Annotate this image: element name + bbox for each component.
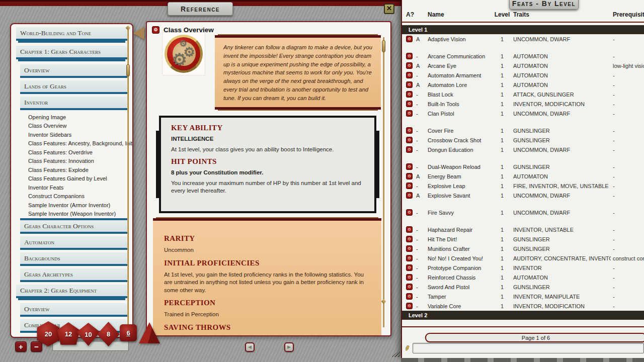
feat-row-hit-the-dirt[interactable]: ⚙-Hit The Dirt!1GUNSLINGER- xyxy=(402,234,644,244)
feat-row-haphazard-repair[interactable]: ⚙-Haphazard Repair1INVENTOR, UNSTABLE- xyxy=(402,225,644,234)
next-page-button[interactable]: ▶ xyxy=(284,342,294,352)
zoom-in-button[interactable]: + xyxy=(15,341,27,352)
feat-row-munitions-crafter[interactable]: ⚙-Munitions Crafter1GUNSLINGER- xyxy=(402,244,644,253)
die-d4-icon[interactable] xyxy=(139,322,160,343)
feat-traits: INVENTOR, MODIFICATION xyxy=(511,303,611,309)
feat-prerequisites: - xyxy=(611,193,644,199)
feat-row-prototype-companion[interactable]: ⚙-Prototype Companion1INVENTOR- xyxy=(402,263,644,273)
a-value: - xyxy=(416,183,428,189)
feat-traits: UNCOMMON, DWARF xyxy=(511,36,611,42)
feat-level: 1 xyxy=(493,236,511,242)
feat-row-clan-pistol[interactable]: ⚙-Clan Pistol1UNCOMMON, DWARF- xyxy=(402,109,644,118)
feat-row-variable-core[interactable]: ⚙-Variable Core1INVENTOR, MODIFICATION- xyxy=(402,301,644,311)
toc-item-class-features-gained-by-level[interactable]: Class Features Gained by Level xyxy=(11,174,132,184)
toc-scrollbar-thumb[interactable] xyxy=(126,64,130,76)
feat-row-built-in-tools[interactable]: ⚙-Built-In Tools1INVENTOR, MODIFICATION- xyxy=(402,99,644,109)
feat-row-sword-and-pistol[interactable]: ⚙-Sword And Pistol1GUNSLINGER- xyxy=(402,282,644,292)
toc-scrollbar[interactable] xyxy=(127,28,129,332)
toc-item-class-features-overdrive[interactable]: Class Features: Overdrive xyxy=(11,148,132,157)
close-icon[interactable]: ✕ xyxy=(384,4,394,14)
feat-row-arcane-communication[interactable]: ⚙-Arcane Communication1AUTOMATON- xyxy=(402,51,644,61)
a-value: - xyxy=(416,111,428,117)
feat-icon: ⚙ xyxy=(406,91,413,98)
toc-item-automaton[interactable]: Automaton xyxy=(20,236,127,250)
feat-row-explosive-leap[interactable]: ⚙-Explosive Leap1FIRE, INVENTOR, MOVE, U… xyxy=(402,181,644,191)
toc-item-backgrounds[interactable]: Backgrounds xyxy=(20,252,127,266)
feat-icon: ⚙ xyxy=(406,36,413,42)
toc-item-gears-archetypes[interactable]: Gears Archetypes xyxy=(20,268,127,282)
resize-handle[interactable] xyxy=(391,350,400,357)
toc-item-opening-image[interactable]: Opening Image xyxy=(11,113,132,122)
feat-row-automaton-armament[interactable]: ⚙-Automaton Armament1AUTOMATON- xyxy=(402,70,644,80)
die-d10-icon[interactable]: 10 xyxy=(76,323,100,346)
feat-row-fire-savvy[interactable]: ⚙-Fire Savvy1UNCOMMON, DWARF- xyxy=(402,208,644,217)
gear-icon: ⚙ xyxy=(179,38,187,49)
feat-row-tamper[interactable]: ⚙-Tamper1INVENTOR, MANIPULATE- xyxy=(402,292,644,301)
feat-icon: ⚙ xyxy=(406,146,413,153)
feat-icon: ⚙ xyxy=(406,303,413,309)
content-scrollbar-thumb[interactable] xyxy=(382,40,385,52)
toc-item-gears-character-options[interactable]: Gears Character Options xyxy=(20,218,127,234)
toc-item-lands-of-gears[interactable]: Lands of Gears xyxy=(20,80,127,94)
feat-row-cover-fire[interactable]: ⚙-Cover Fire1GUNSLINGER- xyxy=(402,126,644,135)
toc-item-overview[interactable]: Overview xyxy=(20,303,127,317)
feats-window-tab[interactable]: Feats - By Level xyxy=(509,0,579,10)
feat-level: 1 xyxy=(493,92,511,98)
feat-row-adaptive-vision[interactable]: ⚙AAdaptive Vision1UNCOMMON, DWARF- xyxy=(402,34,644,44)
collapse-sidebar-icon[interactable] xyxy=(133,27,144,40)
toc-item-construct-companions[interactable]: Construct Companions xyxy=(11,192,132,201)
toc-item-sample-inventor-weapon-inventor[interactable]: Sample Inventor (Weapon Inventor) xyxy=(11,210,132,219)
initial-proficiencies-text: At 1st level, you gain the listed profic… xyxy=(164,271,370,295)
die-d6-icon[interactable]: 6 xyxy=(120,324,137,341)
feats-table-header: A? Name Level Traits Prerequisites xyxy=(402,11,644,18)
previous-page-button[interactable]: ◀ xyxy=(245,342,255,352)
toc-item-class-overview[interactable]: Class Overview xyxy=(11,122,132,131)
feat-row-reinforced-chassis[interactable]: ⚙-Reinforced Chassis1AUTOMATON- xyxy=(402,273,644,282)
toc-item-world-building-and-tone[interactable]: World-Building and Tone xyxy=(16,27,127,41)
feat-row-no-no-i-created-you[interactable]: ⚙-No! No! I Created You!1AUDITORY, CONCE… xyxy=(402,253,644,263)
die-value: 12 xyxy=(65,330,72,338)
feat-prerequisites: construct companion xyxy=(611,255,644,261)
feat-icon: ⚙ xyxy=(406,127,413,134)
toc-item-inventor-sidebars[interactable]: Inventor Sidebars xyxy=(11,130,132,139)
saving-throws-heading: SAVING THROWS xyxy=(164,323,370,332)
feat-row-arcane-eye[interactable]: ⚙AArcane Eye1AUTOMATONlow-light vision xyxy=(402,61,644,70)
reference-window-tab[interactable]: Reference xyxy=(168,2,233,16)
feat-icon: ⚙ xyxy=(406,245,413,252)
feat-level: 1 xyxy=(493,82,511,88)
a-value: - xyxy=(416,210,428,216)
feat-traits: INVENTOR, UNSTABLE xyxy=(511,227,611,233)
feat-name: Fire Savvy xyxy=(428,210,493,216)
toc-item-chapter-1-gears-characters[interactable]: Chapter 1: Gears Characters xyxy=(16,46,127,59)
feat-row-dongun-education[interactable]: ⚙-Dongun Education1UNCOMMON, DWARF- xyxy=(402,145,644,154)
toc-item-overview[interactable]: Overview xyxy=(20,64,127,78)
key-ability-heading: KEY ABILITY xyxy=(171,124,364,132)
feat-level: 1 xyxy=(493,294,511,300)
feat-traits: GUNSLINGER xyxy=(511,246,611,252)
feat-row-explosive-savant[interactable]: ⚙AExplosive Savant1UNCOMMON, DWARF- xyxy=(402,191,644,200)
feat-traits: AUTOMATON xyxy=(511,82,611,88)
feat-level: 1 xyxy=(493,72,511,78)
toc-item-inventor[interactable]: Inventor xyxy=(20,97,127,110)
feat-name: Munitions Crafter xyxy=(428,246,493,252)
toc-item-class-features-innovation[interactable]: Class Features: Innovation xyxy=(11,157,132,166)
rarity-value: Uncommon xyxy=(164,246,370,254)
toc-item-inventor-feats[interactable]: Inventor Feats xyxy=(11,183,132,192)
toc-item-class-features-explode[interactable]: Class Features: Explode xyxy=(11,165,132,174)
toc-item-class-features-ancestry-background-initi[interactable]: Class Features: Ancestry, Background, In… xyxy=(11,139,132,148)
feat-row-dual-weapon-reload[interactable]: ⚙-Dual-Weapon Reload1GUNSLINGER- xyxy=(402,162,644,171)
feat-row-automaton-lore[interactable]: ⚙AAutomaton Lore1AUTOMATON- xyxy=(402,80,644,89)
feat-traits: GUNSLINGER xyxy=(511,284,611,290)
die-d8-icon[interactable]: 8 xyxy=(97,322,120,346)
content-scrollbar[interactable] xyxy=(383,37,384,327)
feat-row-crossbow-crack-shot[interactable]: ⚙-Crossbow Crack Shot1GUNSLINGER- xyxy=(402,135,644,145)
feat-row-blast-lock[interactable]: ⚙-Blast Lock1ATTACK, GUNSLINGER- xyxy=(402,89,644,99)
feat-level: 1 xyxy=(493,111,511,117)
feats-by-level-panel: Feats - By Level A? Name Level Traits Pr… xyxy=(401,0,644,358)
feats-search-input[interactable] xyxy=(413,343,644,353)
toc-item-sample-inventor-armor-inventor[interactable]: Sample Inventor (Armor Inventor) xyxy=(11,201,132,210)
feat-name: Explosive Savant xyxy=(428,193,493,199)
feat-traits: UNCOMMON, DWARF xyxy=(511,147,611,153)
toc-item-chapter-2-gears-equipment[interactable]: Chapter 2: Gears Equipment xyxy=(16,285,127,298)
feat-row-energy-beam[interactable]: ⚙AEnergy Beam1AUTOMATON- xyxy=(402,171,644,181)
